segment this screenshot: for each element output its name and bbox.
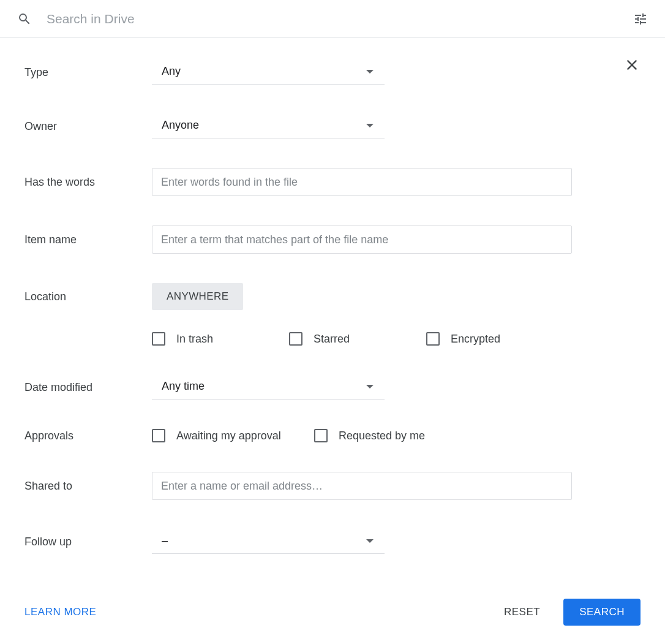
checkbox-icon [152, 332, 165, 346]
search-button[interactable]: Search [563, 599, 641, 626]
follow-up-row: Follow up – [24, 529, 641, 554]
requested-by-me-checkbox[interactable]: Requested by me [314, 429, 476, 442]
reset-button[interactable]: Reset [488, 599, 556, 626]
item-name-label: Item name [24, 233, 152, 246]
owner-row: Owner Anyone [24, 114, 641, 138]
requested-by-me-label: Requested by me [339, 430, 425, 442]
awaiting-approval-checkbox[interactable]: Awaiting my approval [152, 429, 314, 442]
follow-up-label: Follow up [24, 536, 152, 548]
encrypted-label: Encrypted [451, 333, 500, 346]
location-label: Location [24, 290, 152, 303]
search-input[interactable] [47, 12, 633, 26]
owner-value: Anyone [162, 119, 199, 132]
location-row: Location ANYWHERE [24, 283, 641, 310]
in-trash-checkbox[interactable]: In trash [152, 332, 289, 346]
follow-up-value: – [162, 534, 168, 547]
type-value: Any [162, 65, 181, 78]
starred-label: Starred [314, 333, 350, 346]
encrypted-checkbox[interactable]: Encrypted [426, 332, 563, 346]
owner-dropdown[interactable]: Anyone [152, 114, 385, 138]
in-trash-label: In trash [176, 333, 213, 346]
type-row: Type Any [24, 60, 641, 85]
shared-to-label: Shared to [24, 480, 152, 493]
date-modified-dropdown[interactable]: Any time [152, 375, 385, 400]
location-checkbox-group: In trash Starred Encrypted [152, 332, 563, 346]
tune-icon[interactable] [633, 12, 648, 26]
checkbox-icon [152, 429, 165, 442]
search-bar [0, 0, 665, 38]
search-icon [17, 12, 32, 26]
date-modified-row: Date modified Any time [24, 375, 641, 400]
checkbox-icon [314, 429, 328, 442]
chevron-down-icon [366, 70, 374, 74]
item-name-row: Item name [24, 225, 641, 254]
approvals-label: Approvals [24, 430, 152, 442]
checkbox-icon [289, 332, 302, 346]
follow-up-dropdown[interactable]: – [152, 529, 385, 554]
has-words-label: Has the words [24, 176, 152, 189]
shared-to-input[interactable] [152, 472, 572, 500]
chevron-down-icon [366, 539, 374, 543]
date-modified-label: Date modified [24, 381, 152, 394]
starred-checkbox[interactable]: Starred [289, 332, 426, 346]
approvals-checkbox-group: Awaiting my approval Requested by me [152, 429, 476, 442]
item-name-input[interactable] [152, 225, 572, 254]
approvals-row: Approvals Awaiting my approval Requested… [24, 429, 641, 442]
has-words-input[interactable] [152, 168, 572, 196]
has-words-row: Has the words [24, 168, 641, 196]
awaiting-approval-label: Awaiting my approval [176, 430, 281, 442]
chevron-down-icon [366, 385, 374, 388]
checkbox-icon [426, 332, 440, 346]
location-chip[interactable]: ANYWHERE [152, 283, 243, 310]
footer: Learn more Reset Search [24, 586, 641, 626]
advanced-search-panel: Type Any Owner Anyone Has the words Item… [0, 38, 665, 644]
date-modified-value: Any time [162, 380, 205, 393]
shared-to-row: Shared to [24, 472, 641, 500]
chevron-down-icon [366, 124, 374, 127]
type-dropdown[interactable]: Any [152, 60, 385, 85]
close-button[interactable] [623, 56, 641, 74]
owner-label: Owner [24, 120, 152, 133]
learn-more-link[interactable]: Learn more [24, 606, 96, 618]
type-label: Type [24, 66, 152, 79]
location-checkboxes-row: In trash Starred Encrypted [24, 332, 641, 346]
